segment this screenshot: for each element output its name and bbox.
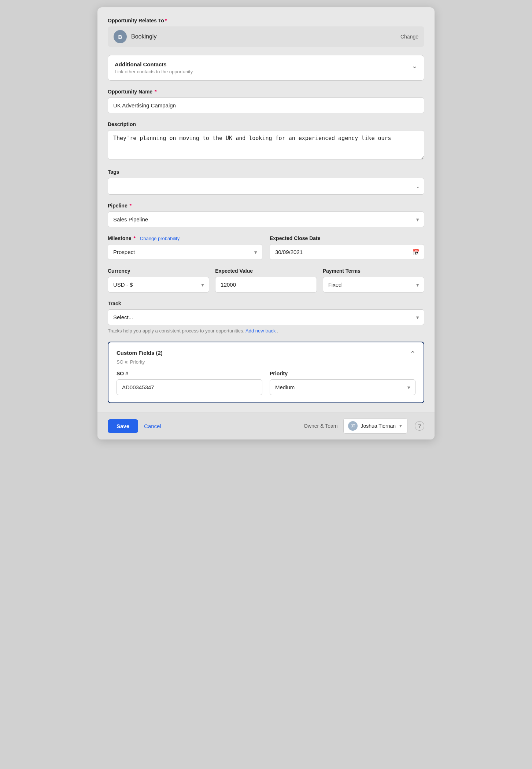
pipeline-label: Pipeline * <box>108 203 424 209</box>
currency-col: Currency USD - $ ▼ <box>108 268 209 292</box>
track-select[interactable]: Select... <box>108 309 424 325</box>
milestone-select-wrapper: Prospect ▼ <box>108 244 262 260</box>
date-wrapper: 📅 <box>270 244 424 260</box>
currency-value-terms-row: Currency USD - $ ▼ Expected Value Paymen… <box>108 268 424 292</box>
opportunity-modal: Opportunity Relates To* B Bookingly Chan… <box>97 7 435 439</box>
description-input[interactable]: They're planning on moving to the UK and… <box>108 130 424 159</box>
milestone-select[interactable]: Prospect <box>108 244 262 260</box>
milestone-label: Milestone * Change probability <box>108 235 262 241</box>
milestone-date-row: Milestone * Change probability Prospect … <box>108 235 424 260</box>
footer: Save Cancel Owner & Team JT Joshua Tiern… <box>97 412 435 439</box>
currency-select-wrapper: USD - $ ▼ <box>108 277 209 292</box>
company-avatar: B <box>114 30 127 43</box>
expected-close-date-label: Expected Close Date <box>270 235 424 241</box>
tags-input[interactable] <box>108 178 424 195</box>
additional-contacts-section: Additional Contacts Link other contacts … <box>108 55 424 81</box>
tags-label: Tags <box>108 169 424 175</box>
cancel-button[interactable]: Cancel <box>144 423 161 429</box>
opportunity-relates-to-label: Opportunity Relates To* <box>108 18 424 23</box>
track-select-wrapper: Select... ▼ <box>108 309 424 325</box>
priority-select[interactable]: Medium High Low <box>270 379 415 395</box>
milestone-col: Milestone * Change probability Prospect … <box>108 235 262 260</box>
owner-avatar: JT <box>348 421 358 431</box>
company-name: Bookingly <box>131 33 396 40</box>
so-number-col: SO # <box>117 371 262 395</box>
additional-contacts-content: Additional Contacts Link other contacts … <box>115 61 193 74</box>
custom-fields-title: Custom Fields (2) <box>117 350 163 356</box>
opportunity-relates-to-section: Opportunity Relates To* B Bookingly Chan… <box>108 18 424 47</box>
owner-team-label: Owner & Team <box>304 423 337 429</box>
owner-dropdown-icon: ▼ <box>399 424 403 428</box>
expected-close-date-input[interactable] <box>270 244 424 260</box>
opportunity-name-section: Opportunity Name * <box>108 89 424 113</box>
priority-select-wrapper: Medium High Low ▼ <box>270 379 415 395</box>
expected-value-input[interactable] <box>215 277 317 292</box>
track-section: Track Select... ▼ Tracks help you apply … <box>108 301 424 334</box>
pipeline-section: Pipeline * Sales Pipeline ▼ <box>108 203 424 227</box>
payment-terms-col: Payment Terms Fixed ▼ <box>323 268 424 292</box>
track-help-text: Tracks help you apply a consistent proce… <box>108 328 424 334</box>
change-probability-link[interactable]: Change probability <box>140 236 180 241</box>
expected-value-col: Expected Value <box>215 268 317 292</box>
payment-terms-select-wrapper: Fixed ▼ <box>323 277 424 292</box>
change-button[interactable]: Change <box>400 34 418 40</box>
save-button[interactable]: Save <box>108 419 138 433</box>
additional-contacts-subtitle: Link other contacts to the opportunity <box>115 69 193 74</box>
opportunity-name-input[interactable] <box>108 97 424 113</box>
custom-fields-card: Custom Fields (2) ⌃ SO #, Priority SO # … <box>108 342 424 403</box>
expected-value-label: Expected Value <box>215 268 317 274</box>
add-new-track-link[interactable]: Add new track <box>245 328 276 334</box>
chevron-down-icon: ⌄ <box>412 62 417 70</box>
owner-team-button[interactable]: JT Joshua Tiernan ▼ <box>343 418 407 434</box>
relates-to-row: B Bookingly Change <box>108 26 424 47</box>
additional-contacts-title: Additional Contacts <box>115 61 193 67</box>
currency-label: Currency <box>108 268 209 274</box>
currency-value-terms-section: Currency USD - $ ▼ Expected Value Paymen… <box>108 268 424 292</box>
so-number-input[interactable] <box>117 379 262 395</box>
pipeline-select-wrapper: Sales Pipeline ▼ <box>108 211 424 227</box>
custom-fields-subtitle: SO #, Priority <box>117 359 415 365</box>
tags-wrapper: ⌄ <box>108 178 424 195</box>
milestone-date-section: Milestone * Change probability Prospect … <box>108 235 424 260</box>
help-icon[interactable]: ? <box>415 421 424 431</box>
chevron-up-icon[interactable]: ⌃ <box>410 350 415 358</box>
additional-contacts-card[interactable]: Additional Contacts Link other contacts … <box>108 55 424 81</box>
priority-col: Priority Medium High Low ▼ <box>270 371 415 395</box>
description-section: Description They're planning on moving t… <box>108 121 424 161</box>
owner-name: Joshua Tiernan <box>361 423 396 429</box>
custom-fields-header: Custom Fields (2) ⌃ <box>117 350 415 358</box>
opportunity-name-label: Opportunity Name * <box>108 89 424 95</box>
expected-close-date-col: Expected Close Date 📅 <box>270 235 424 260</box>
so-number-label: SO # <box>117 371 262 376</box>
payment-terms-label: Payment Terms <box>323 268 424 274</box>
payment-terms-select[interactable]: Fixed <box>323 277 424 292</box>
currency-select[interactable]: USD - $ <box>108 277 209 292</box>
track-label: Track <box>108 301 424 306</box>
custom-fields-row: SO # Priority Medium High Low ▼ <box>117 371 415 395</box>
tags-section: Tags ⌄ <box>108 169 424 195</box>
description-label: Description <box>108 121 424 127</box>
priority-label: Priority <box>270 371 415 376</box>
pipeline-select[interactable]: Sales Pipeline <box>108 211 424 227</box>
